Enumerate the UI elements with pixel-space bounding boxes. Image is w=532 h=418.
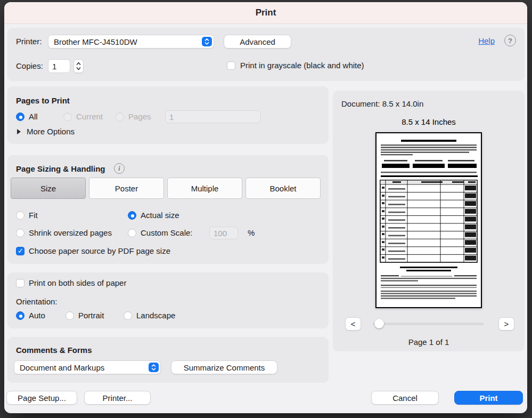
radio-fit-label: Fit (29, 211, 38, 220)
advanced-button-label: Advanced (240, 37, 275, 46)
paper-size-label: 8.5 x 14 Inches (375, 117, 482, 127)
pages-to-print-panel: Pages to Print All Current Pages 1 More … (7, 86, 329, 144)
tab-multiple[interactable]: Multiple (167, 178, 242, 199)
radio-current[interactable] (63, 112, 72, 121)
info-icon[interactable]: i (114, 163, 125, 174)
paper-source-checkbox[interactable] (16, 247, 24, 255)
print-dialog: Print Printer: Brother MFC-J4510DW Advan… (4, 2, 527, 413)
pages-range-value: 1 (169, 112, 174, 122)
grayscale-label: Print in grayscale (black and white) (240, 61, 364, 70)
orientation-label: Orientation: (16, 297, 58, 307)
prev-page-button[interactable]: < (345, 317, 361, 331)
radio-landscape-label: Landscape (136, 311, 175, 320)
custom-scale-input[interactable]: 100 (209, 227, 238, 239)
page-sizing-panel: Page Sizing & Handling i Size Poster Mul… (7, 155, 329, 264)
preview-panel: Document: 8.5 x 14.0in 8.5 x 14 Inches (333, 91, 525, 351)
radio-auto[interactable] (16, 311, 24, 320)
radio-actual-size-label: Actual size (141, 211, 179, 220)
copies-value: 1 (52, 62, 56, 71)
both-sides-checkbox[interactable] (16, 279, 24, 287)
printer-select-value: Brother MFC-J4510DW (54, 37, 137, 46)
radio-all-label: All (29, 112, 38, 122)
radio-shrink-label: Shrink oversized pages (29, 228, 112, 238)
disclosure-triangle-icon[interactable] (17, 129, 21, 134)
comments-title: Comments & Forms (16, 345, 92, 355)
comments-select-value: Document and Markups (20, 363, 104, 372)
comments-panel: Comments & Forms Document and Markups Su… (7, 337, 329, 383)
more-options-label[interactable]: More Options (27, 127, 75, 136)
grayscale-checkbox[interactable] (227, 61, 235, 70)
radio-fit[interactable] (16, 211, 24, 220)
print-button[interactable]: Print (454, 391, 523, 405)
radio-landscape[interactable] (124, 311, 132, 320)
printer-select[interactable]: Brother MFC-J4510DW (48, 35, 214, 49)
tab-booklet[interactable]: Booklet (245, 178, 321, 199)
help-circle-icon[interactable]: ? (504, 35, 516, 46)
document-preview-page (375, 132, 482, 308)
pages-to-print-title: Pages to Print (16, 96, 70, 106)
info-glyph: i (118, 165, 120, 173)
radio-custom-scale[interactable] (128, 229, 136, 237)
copies-label: Copies: (16, 61, 43, 71)
radio-all[interactable] (16, 112, 24, 121)
print-button-label: Print (479, 393, 497, 403)
radio-portrait[interactable] (66, 311, 74, 320)
printer-panel: Printer: Brother MFC-J4510DW Advanced He… (7, 28, 525, 81)
paper-source-label: Choose paper source by PDF page size (29, 246, 170, 256)
pages-range-input[interactable]: 1 (165, 110, 261, 123)
page-indicator: Page 1 of 1 (333, 337, 525, 347)
page-sizing-title: Page Sizing & Handling (16, 164, 105, 174)
tab-poster[interactable]: Poster (89, 178, 164, 199)
tab-size-label: Size (40, 184, 56, 193)
radio-pages-label: Pages (128, 112, 151, 122)
tab-size[interactable]: Size (11, 178, 86, 199)
cancel-button-label: Cancel (392, 393, 418, 403)
printer-button-label: Printer... (103, 393, 133, 403)
printer-label: Printer: (16, 37, 42, 46)
dropdown-stepper-icon (149, 363, 159, 372)
zoom-slider-track[interactable] (373, 323, 484, 325)
help-link[interactable]: Help (478, 36, 495, 45)
duplex-panel: Print on both sides of paper Orientation… (7, 272, 329, 328)
radio-current-label: Current (76, 112, 103, 122)
custom-scale-value: 100 (214, 229, 227, 238)
radio-pages[interactable] (116, 112, 124, 121)
radio-custom-scale-label: Custom Scale: (141, 228, 193, 238)
next-page-glyph: > (504, 319, 509, 328)
radio-actual-size[interactable] (128, 211, 136, 220)
tab-booklet-label: Booklet (269, 184, 296, 193)
tab-poster-label: Poster (115, 184, 138, 193)
stepper-chevrons-icon (76, 61, 81, 71)
document-size-label: Document: 8.5 x 14.0in (341, 99, 423, 109)
percent-label: % (248, 228, 255, 238)
radio-auto-label: Auto (29, 311, 45, 320)
page-setup-button[interactable]: Page Setup... (6, 391, 77, 405)
preview-form-content (377, 133, 481, 307)
page-setup-label: Page Setup... (18, 393, 66, 403)
summarize-comments-button[interactable]: Summarize Comments (171, 360, 277, 374)
printer-button[interactable]: Printer... (84, 391, 151, 405)
zoom-slider-knob[interactable] (374, 319, 384, 328)
tab-multiple-label: Multiple (191, 184, 219, 193)
copies-input[interactable]: 1 (48, 59, 70, 73)
help-glyph: ? (508, 37, 512, 45)
dropdown-stepper-icon (202, 37, 212, 46)
dialog-titlebar: Print (4, 2, 527, 24)
prev-page-glyph: < (351, 319, 356, 328)
copies-stepper[interactable] (73, 59, 84, 73)
cancel-button[interactable]: Cancel (371, 391, 439, 405)
both-sides-label: Print on both sides of paper (29, 278, 126, 288)
comments-select[interactable]: Document and Markups (14, 360, 161, 374)
radio-shrink[interactable] (16, 229, 24, 237)
dialog-title: Print (256, 7, 276, 18)
advanced-button[interactable]: Advanced (224, 35, 291, 49)
summarize-comments-label: Summarize Comments (184, 363, 265, 372)
next-page-button[interactable]: > (498, 317, 514, 331)
radio-portrait-label: Portrait (78, 311, 104, 320)
